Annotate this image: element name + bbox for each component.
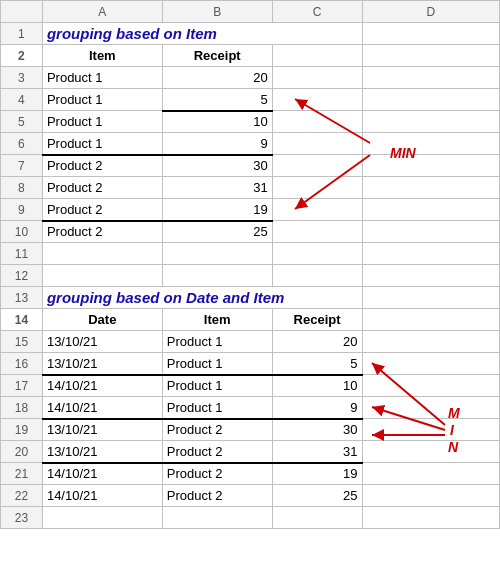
row-num-12: 12 [1, 265, 43, 287]
r23d [362, 507, 499, 529]
row-num-15: 15 [1, 331, 43, 353]
r10c [272, 221, 362, 243]
row-num-9: 9 [1, 199, 43, 221]
s2-r7-item: Product 2 [162, 463, 272, 485]
header-item2: Item [162, 309, 272, 331]
r7d [362, 155, 499, 177]
r2c [272, 45, 362, 67]
r3c [272, 67, 362, 89]
row-num-10: 10 [1, 221, 43, 243]
row-num-5: 5 [1, 111, 43, 133]
s1-r2-receipt: 5 [162, 89, 272, 111]
r8c [272, 177, 362, 199]
r3d [362, 67, 499, 89]
r13d [362, 287, 499, 309]
header-receipt2: Receipt [272, 309, 362, 331]
s1-r5-item: Product 2 [42, 155, 162, 177]
r23c [272, 507, 362, 529]
r16d [362, 353, 499, 375]
r5c [272, 111, 362, 133]
s1-r2-item: Product 1 [42, 89, 162, 111]
r12d [362, 265, 499, 287]
r11c [272, 243, 362, 265]
row-num-11: 11 [1, 243, 43, 265]
row-num-14: 14 [1, 309, 43, 331]
s1-r7-receipt: 19 [162, 199, 272, 221]
s1-r7-item: Product 2 [42, 199, 162, 221]
header-date: Date [42, 309, 162, 331]
r9c [272, 199, 362, 221]
s2-r6-receipt: 31 [272, 441, 362, 463]
s2-r8-item: Product 2 [162, 485, 272, 507]
col-a-header: A [42, 1, 162, 23]
row-num-2: 2 [1, 45, 43, 67]
s1-r3-item: Product 1 [42, 111, 162, 133]
s2-r3-receipt: 10 [272, 375, 362, 397]
s2-r8-date: 14/10/21 [42, 485, 162, 507]
r14d [362, 309, 499, 331]
row-num-1: 1 [1, 23, 43, 45]
s2-r4-receipt: 9 [272, 397, 362, 419]
row-num-3: 3 [1, 67, 43, 89]
r9d [362, 199, 499, 221]
s2-r1-item: Product 1 [162, 331, 272, 353]
s2-r1-receipt: 20 [272, 331, 362, 353]
section2-title: grouping based on Date and Item [42, 287, 362, 309]
row-num-23: 23 [1, 507, 43, 529]
s2-r3-date: 14/10/21 [42, 375, 162, 397]
row-num-20: 20 [1, 441, 43, 463]
s2-r4-item: Product 1 [162, 397, 272, 419]
header-receipt: Receipt [162, 45, 272, 67]
corner-cell [1, 1, 43, 23]
r12b [162, 265, 272, 287]
s1-r4-receipt: 9 [162, 133, 272, 155]
r18d [362, 397, 499, 419]
col-b-header: B [162, 1, 272, 23]
r6d [362, 133, 499, 155]
r6c [272, 133, 362, 155]
col-c-header: C [272, 1, 362, 23]
r19d [362, 419, 499, 441]
row-num-17: 17 [1, 375, 43, 397]
s1-r1-item: Product 1 [42, 67, 162, 89]
r4c [272, 89, 362, 111]
s2-r2-date: 13/10/21 [42, 353, 162, 375]
row-num-13: 13 [1, 287, 43, 309]
row-num-21: 21 [1, 463, 43, 485]
s2-r2-item: Product 1 [162, 353, 272, 375]
r7c [272, 155, 362, 177]
header-item: Item [42, 45, 162, 67]
row-num-16: 16 [1, 353, 43, 375]
s1-r8-receipt: 25 [162, 221, 272, 243]
r22d [362, 485, 499, 507]
r15d [362, 331, 499, 353]
r20d [362, 441, 499, 463]
s2-r1-date: 13/10/21 [42, 331, 162, 353]
s1-r4-item: Product 1 [42, 133, 162, 155]
s1-r8-item: Product 2 [42, 221, 162, 243]
r12c [272, 265, 362, 287]
r23a [42, 507, 162, 529]
s1-r6-item: Product 2 [42, 177, 162, 199]
section1-title: grouping based on Item [42, 23, 362, 45]
row-num-22: 22 [1, 485, 43, 507]
r17d [362, 375, 499, 397]
r12a [42, 265, 162, 287]
r11d [362, 243, 499, 265]
r11a [42, 243, 162, 265]
s1-r3-receipt: 10 [162, 111, 272, 133]
s2-r6-date: 13/10/21 [42, 441, 162, 463]
r5d [362, 111, 499, 133]
s1-r5-receipt: 30 [162, 155, 272, 177]
row-num-8: 8 [1, 177, 43, 199]
s1-r6-receipt: 31 [162, 177, 272, 199]
s2-r5-item: Product 2 [162, 419, 272, 441]
r8d [362, 177, 499, 199]
s1-r1-receipt: 20 [162, 67, 272, 89]
row-num-7: 7 [1, 155, 43, 177]
row-num-4: 4 [1, 89, 43, 111]
s2-r7-date: 14/10/21 [42, 463, 162, 485]
r10d [362, 221, 499, 243]
r4d [362, 89, 499, 111]
spreadsheet: A B C D 1 grouping based on Item 2 Item … [0, 0, 500, 573]
